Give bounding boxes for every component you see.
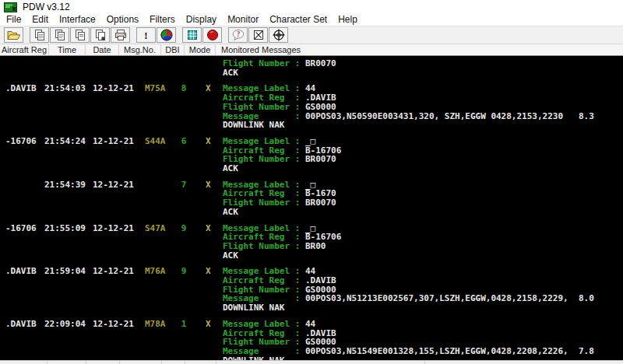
toolbar-button-copy-selection[interactable] [70,27,90,43]
time-cell: 22:09:04 [44,320,86,329]
date-cell: 12-12-21 [93,180,134,190]
selection-box-icon [252,29,265,41]
dbi-cell: 7 [178,180,189,190]
mode-cell: X [206,320,211,329]
message-block[interactable]: -1670621:54:2412-12-21S44A6XMessage Labe… [0,137,623,173]
toolbar-button-color-sphere[interactable] [157,27,176,43]
date-cell: 12-12-21 [93,84,134,93]
menu-item-filters[interactable]: Filters [144,14,181,25]
column-header-aircraft-reg[interactable]: Aircraft Reg [0,44,49,55]
status-panel-divider [86,361,86,364]
status-panel-divider [185,361,185,364]
aircraft-reg-cell: -16706 [5,137,37,146]
copy-doc-icon [74,29,86,41]
column-header-dbi[interactable]: DBI [161,44,185,55]
menu-item-display[interactable]: Display [181,14,222,25]
column-header-monitored-messages[interactable]: Monitored Messages [216,44,623,55]
menu-item-file[interactable]: File [1,14,26,25]
list-header: Aircraft RegTimeDateMsg.No.DBIModeMonito… [0,44,623,56]
message-line: DOWNLINK NAK [223,303,623,313]
menu-item-options[interactable]: Options [101,14,144,25]
dbi-cell: 8 [178,84,189,93]
message-line: ACK [223,251,623,261]
copy-clipboard-icon [94,29,107,41]
target-scope-icon [273,29,285,41]
time-cell: 21:55:09 [44,224,86,233]
msg-no-cell: M76A [145,267,166,276]
toolbar: !? [0,26,623,44]
monitored-message-text: Message Label : _□Aircraft Reg : B-16706… [223,224,623,261]
time-cell: 21:59:04 [44,267,86,276]
toolbar-button-help[interactable]: ? [228,27,248,43]
monitored-message-text: Message Label : _□Aircraft Reg : B-16706… [223,137,623,173]
message-line: Flight Number : BR00 [223,242,623,251]
message-block[interactable]: .DAVIB22:09:0412-12-21M78A1XMessage Labe… [0,320,623,360]
toolbar-button-selection-box[interactable] [248,27,268,43]
menu-item-edit[interactable]: Edit [26,14,54,25]
menu-item-help[interactable]: Help [333,14,363,25]
window-title: PDW v3.12 [23,2,70,12]
copy-icon [33,29,46,41]
monitored-message-text: Message Label : 44Aircraft Reg : .DAVIBF… [223,320,623,360]
toolbar-button-print[interactable] [111,27,130,43]
message-line: Flight Number : BR0070 [223,59,623,68]
menu-item-interface[interactable]: Interface [54,14,101,25]
title-bar: PDW v3.12 [0,0,623,13]
column-header-msg-no[interactable]: Msg.No. [119,44,161,55]
message-line: ACK [223,208,623,217]
msg-no-cell: S47A [145,224,166,233]
mode-cell: X [206,84,211,93]
toolbar-button-open-file[interactable] [4,27,23,43]
status-panel-divider [161,361,162,364]
message-block[interactable]: Flight Number : BR0070ACK [0,59,623,77]
date-cell: 12-12-21 [93,224,134,233]
status-panel-divider [216,361,216,364]
aircraft-reg-cell: -16706 [5,224,37,233]
aircraft-reg-cell: .DAVIB [5,84,37,93]
message-block[interactable]: .DAVIB21:54:0312-12-21M75A8XMessage Labe… [0,84,623,130]
date-cell: 12-12-21 [93,137,134,146]
message-block[interactable]: .DAVIB21:59:0412-12-21M76A9XMessage Labe… [0,267,623,313]
column-header-mode[interactable]: Mode [185,44,216,55]
toolbar-button-copy-clipboard[interactable] [90,27,110,43]
grid-icon [186,29,199,41]
print-icon [114,29,128,41]
toolbar-button-copy-page[interactable] [50,27,69,43]
help-balloon-icon: ? [231,29,245,41]
column-header-date[interactable]: Date [86,44,119,55]
monitored-message-text: Flight Number : BR0070ACK [223,59,623,77]
status-panel-divider [424,361,425,364]
column-header-time[interactable]: Time [49,44,86,55]
status-bar [0,360,623,364]
message-line: ACK [223,68,623,78]
aircraft-reg-cell: .DAVIB [5,267,37,276]
message-line: Flight Number : BR0070 [223,155,623,164]
dbi-cell: 6 [178,137,189,146]
open-folder-icon [6,30,21,41]
date-cell: 12-12-21 [93,267,134,276]
dbi-cell: 9 [178,267,189,276]
status-panel-divider [119,361,120,364]
monitor-content: Flight Number : BR0070ACK.DAVIB21:54:031… [0,56,623,360]
time-cell: 21:54:03 [44,84,86,93]
copy-page-icon [54,29,66,41]
menu-item-character-set[interactable]: Character Set [264,14,333,25]
monitored-message-text: Message Label : 44Aircraft Reg : .DAVIBF… [223,84,623,130]
msg-no-cell: M78A [145,320,166,329]
menu-bar: FileEditInterfaceOptionsFiltersDisplayMo… [0,13,623,26]
toolbar-button-record[interactable] [202,27,222,43]
color-sphere-icon [160,29,173,41]
monitored-message-text: Message Label : _□Aircraft Reg : B-1670F… [223,180,623,217]
toolbar-button-data-grid[interactable] [182,27,202,43]
time-cell: 21:54:24 [44,137,86,146]
menu-item-monitor[interactable]: Monitor [222,14,264,25]
dbi-cell: 1 [178,320,189,329]
mode-cell: X [206,224,211,233]
toolbar-button-target-scope[interactable] [269,27,288,43]
message-line: DOWNLINK NAK [223,121,623,130]
toolbar-button-alarm[interactable]: ! [136,27,156,43]
dbi-cell: 9 [178,224,189,233]
message-block[interactable]: -1670621:55:0912-12-21S47A9XMessage Labe… [0,224,623,261]
toolbar-button-copy-message[interactable] [30,27,49,43]
message-block[interactable]: 21:54:3912-12-217XMessage Label : _□Airc… [0,180,623,217]
